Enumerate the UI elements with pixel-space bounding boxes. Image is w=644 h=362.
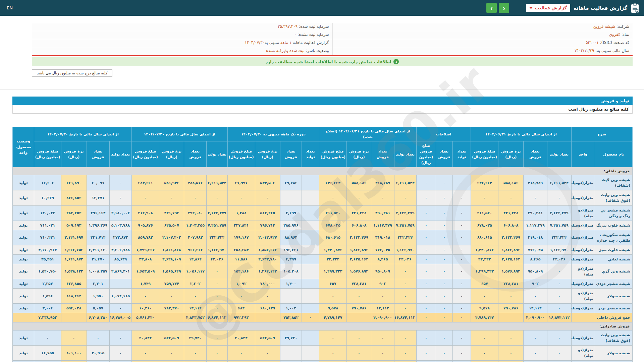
unit-cell: متراژ(دومیله) bbox=[571, 221, 595, 230]
value-cell: ۰ bbox=[416, 330, 436, 346]
prev-report-button[interactable]: ‹ bbox=[486, 3, 497, 13]
value-cell: ۲۴۶,۳۲۴ bbox=[319, 175, 347, 190]
value-cell: ۰ bbox=[471, 346, 498, 361]
value-cell: ۶۶۱,۸۹۰ bbox=[61, 175, 87, 190]
value-cell: ۲۱۱,۵۲۰ bbox=[319, 205, 347, 221]
value-cell: ۵۹۴,۰۲۸ bbox=[61, 304, 87, 313]
value-cell: ۰ bbox=[436, 313, 452, 322]
value-cell: ۴,۳۹۹ bbox=[280, 254, 302, 264]
value-cell: ۱۶,۸۷۴,۱۱۲ bbox=[394, 313, 416, 322]
value-cell: ۰ bbox=[416, 361, 436, 362]
registered-capital-value: ۲۵,۳۹۷,۴۰۹ bbox=[278, 24, 298, 29]
value-cell: ۲۱۱,۵۲۰ bbox=[471, 205, 498, 221]
status-cell bbox=[13, 313, 34, 322]
value-cell: ۷۵۹,۷۷۴ bbox=[159, 279, 184, 288]
product-name-cell: شیشه وین گري bbox=[595, 264, 632, 279]
unit-cell: متراژ(دو میله) bbox=[571, 346, 595, 361]
value-cell: ۰ bbox=[255, 288, 280, 303]
value-cell: ۱,۸۳۰,۲۴۱ bbox=[131, 361, 159, 362]
product-name-cell: شیشه سولار bbox=[595, 346, 632, 361]
value-cell: ۳۱۹,۰۱۸ bbox=[524, 230, 547, 245]
value-cell: ۵۸۱,۹۴۳ bbox=[159, 175, 184, 190]
value-cell: ۰ bbox=[207, 346, 227, 361]
table-row: شیشه مشجر بي رنگ و رنگيمتراژ(دو میله)۰۳,… bbox=[13, 361, 633, 362]
value-cell: ۱,۵۷۶,۸۹۲ bbox=[498, 264, 524, 279]
value-cell: ۴۱۸,۷۸۹ bbox=[371, 175, 394, 190]
value-cell bbox=[347, 313, 371, 322]
value-cell: ۱,۵۹۶ bbox=[34, 288, 61, 303]
status-cell: تولید bbox=[13, 190, 34, 205]
value-cell: ۰ bbox=[547, 279, 571, 288]
column-header: مبلغ فروش (میلیون ریال) bbox=[227, 141, 255, 167]
value-cell: ۶۸۰,۶۱۵ bbox=[471, 230, 498, 245]
column-group-header: از ابتدای سال مالی تا تاریخ ۱۴۰۴/۰۷/۳۰ bbox=[131, 127, 227, 141]
value-cell: ۷,۴۵۱,۷۵۹ bbox=[207, 221, 227, 230]
unit-cell: متراژ(دو میله) bbox=[571, 361, 595, 362]
isic-field: کد صنعت (ISIC): ۵۴۱۰۰۱ bbox=[332, 39, 633, 47]
value-cell: ۰ bbox=[416, 230, 436, 245]
value-cell: ۱,۵۷۶,۸۹۲ bbox=[347, 264, 371, 279]
value-cell: ۶۰۶,۸۰۸ bbox=[347, 221, 371, 230]
column-group-header: اصلاحات bbox=[416, 127, 471, 141]
value-cell: ۶۸۰,۶۳۹ bbox=[255, 304, 280, 313]
value-cell: ۰ bbox=[159, 288, 184, 303]
value-cell: ۱,۱۲۳,۹۷۰ bbox=[394, 245, 416, 254]
value-cell: ۱۴۰,۰۴۴ bbox=[34, 205, 61, 221]
value-cell: ۰ bbox=[471, 190, 498, 205]
value-cell: ۴,۶۲۲,۳۷۹ bbox=[547, 205, 571, 221]
column-header: تعداد تولید bbox=[394, 141, 416, 167]
value-cell: ۹۵۰,۸۰۹ bbox=[371, 264, 394, 279]
value-cell: ۵۰,۶۴۹ bbox=[227, 361, 255, 362]
value-cell: ۸۰۱,۱۰۰ bbox=[61, 346, 87, 361]
value-cell: ۰ bbox=[498, 346, 524, 361]
status-cell: تولید bbox=[13, 230, 34, 245]
value-cell: ۳,۳۱۱,۵۴۴ bbox=[394, 175, 416, 190]
company-info-table: شرکت: شیشه قزوین سرمایه ثبت شده: ۲۵,۳۹۷,… bbox=[32, 23, 633, 55]
value-cell: ۰ bbox=[416, 288, 436, 303]
report-type-dropdown[interactable]: گزارش فعالیت bbox=[526, 4, 570, 12]
value-cell bbox=[302, 288, 319, 303]
column-header: تعداد فروش bbox=[87, 141, 109, 167]
value-cell bbox=[302, 221, 319, 230]
value-cell: ۴۳۱,۳۳۸ bbox=[347, 205, 371, 221]
value-cell: ۲,۱۰۷,۴۰۲ bbox=[159, 230, 184, 245]
value-cell: ۹,۵۷۸ bbox=[319, 304, 347, 313]
value-cell bbox=[302, 175, 319, 190]
value-cell: ۱,۳۸۸ bbox=[227, 205, 255, 221]
value-cell: ۳,۷۲۲,۶۰۱ bbox=[524, 361, 547, 362]
value-cell: ۰ bbox=[436, 205, 452, 221]
value-cell: ۰ bbox=[416, 175, 436, 190]
value-cell: ۰ bbox=[207, 279, 227, 288]
value-cell: ۰ bbox=[131, 190, 159, 205]
unit-cell: متراژ(دو میله) bbox=[571, 288, 595, 303]
next-report-button[interactable]: › bbox=[499, 3, 509, 13]
value-cell: ۰ bbox=[524, 288, 547, 303]
value-cell bbox=[255, 313, 280, 322]
language-toggle[interactable]: EN bbox=[7, 5, 13, 10]
value-cell bbox=[302, 205, 319, 221]
column-header: نرخ فروش (ریال) bbox=[498, 141, 524, 167]
value-cell: ۰ bbox=[347, 346, 371, 361]
value-cell: ۲۴۶,۳۲۴ bbox=[471, 175, 498, 190]
value-cell: ۱,۰۹۲ bbox=[227, 279, 255, 288]
column-header: تعداد فروش bbox=[184, 141, 207, 167]
product-name-cell: شیشه مشجر دودي bbox=[595, 279, 632, 288]
value-cell: ۱,۰۰۲ bbox=[280, 304, 302, 313]
value-cell: ۰ bbox=[159, 190, 184, 205]
table-row: شیشه مشجر برنزمتراژ(دومیله)۰۱۲,۱۱۲۷۹۰,۷۸… bbox=[13, 304, 633, 313]
value-cell: ۱۵۴,۱۸۶ bbox=[227, 264, 255, 279]
value-cell bbox=[302, 190, 319, 205]
value-cell: ۳,۸۱۳,۳۷۶ bbox=[184, 361, 207, 362]
value-cell: ۵۲۴,۵۰۹ bbox=[159, 330, 184, 346]
column-header: نرخ فروش (ریال) bbox=[347, 141, 371, 167]
value-cell: ۲۸۲,۲۵۳ bbox=[61, 205, 87, 221]
value-cell: ۹۷۲,۲۹۳ bbox=[227, 313, 255, 322]
value-cell: ۰ bbox=[452, 205, 471, 221]
value-cell: ۵۴۴,۵۰۲ bbox=[255, 175, 280, 190]
column-header: مبلغ فروش (میلیون ریال) bbox=[34, 141, 61, 167]
value-cell: ۰ bbox=[394, 346, 416, 361]
value-cell: ۰ bbox=[416, 254, 436, 264]
value-cell bbox=[280, 346, 302, 361]
value-cell: ۰ bbox=[207, 361, 227, 362]
value-cell: ۵۲۴,۵۰۹ bbox=[255, 330, 280, 346]
